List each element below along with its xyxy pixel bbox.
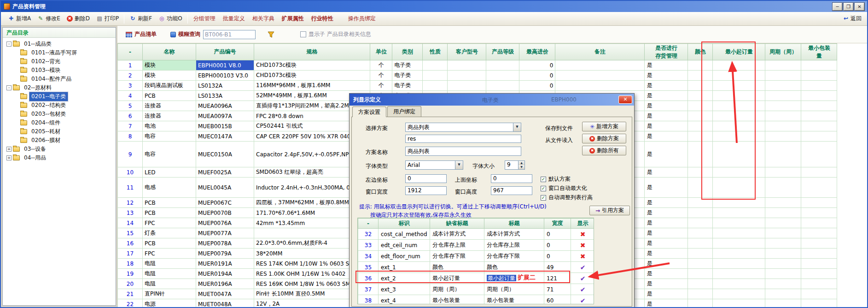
cell-n[interactable]: 2	[118, 71, 143, 81]
cell-code[interactable]: MUEL0045A	[196, 178, 254, 198]
cell-color[interactable]	[688, 259, 713, 269]
cell-moq[interactable]	[713, 228, 765, 238]
cell-cycle[interactable]	[765, 167, 801, 178]
tree-expander-icon[interactable]: +	[6, 147, 12, 152]
cell-name[interactable]: 电阻	[143, 269, 196, 279]
refresh-button[interactable]: ↻刷新F	[126, 13, 155, 24]
tree-item[interactable]: -01--成品类	[3, 40, 116, 48]
cell-title[interactable]: 最小包装量	[484, 295, 544, 305]
grid-column-header[interactable]: 规格	[254, 44, 370, 60]
cell-title[interactable]: 颜色	[484, 262, 544, 273]
cell-n[interactable]: 9	[118, 142, 143, 167]
cell-manage[interactable]: 是	[645, 228, 688, 238]
cell-nature[interactable]	[423, 81, 448, 91]
cell-cycle[interactable]	[765, 91, 801, 101]
cell-width[interactable]: 71	[544, 284, 571, 295]
cell-pack[interactable]	[801, 238, 837, 249]
cell-moq[interactable]	[713, 142, 765, 167]
cell-note[interactable]	[555, 71, 645, 81]
default-scheme-checkbox[interactable]: ✓默认方案	[541, 175, 571, 183]
tree-item[interactable]: 0103--模块	[3, 66, 116, 75]
cell-pack[interactable]	[801, 71, 837, 81]
toolbar-menu-item[interactable]: 扩展属性	[278, 14, 308, 23]
tab-user-binding[interactable]: 用户绑定	[387, 106, 421, 117]
cell-name[interactable]: FPC	[143, 218, 196, 228]
cell-pack[interactable]	[801, 142, 837, 167]
cell-unit[interactable]: 个	[370, 60, 392, 71]
cell-name[interactable]: PCB	[143, 91, 196, 101]
cell-code[interactable]: MUEP0079A	[196, 249, 254, 259]
top-coord-field[interactable]: 0	[491, 174, 532, 183]
cell-name[interactable]: 灯条	[143, 228, 196, 238]
cell-n[interactable]: 4	[118, 91, 143, 101]
cell-n[interactable]: 21	[118, 289, 143, 299]
cell-name[interactable]: 连接器	[143, 111, 196, 121]
cell-name[interactable]: PCB	[143, 198, 196, 208]
grid-column-header[interactable]: 客户型号	[448, 44, 486, 60]
grid-column-header[interactable]: 颜色	[688, 44, 713, 60]
cell-code[interactable]: MUEF0025A	[196, 167, 254, 178]
cell-pack[interactable]	[801, 208, 837, 218]
cell-code[interactable]: MUEA0096A	[196, 101, 254, 111]
toolbar-menu-item[interactable]: 行业特性	[308, 14, 337, 23]
cell-n[interactable]: 15	[118, 228, 143, 238]
cell-name[interactable]: FPC	[143, 249, 196, 259]
scheme-name-field[interactable]: 商品列表	[405, 147, 521, 156]
cell-code[interactable]: LS0132A	[196, 81, 254, 91]
cell-spec[interactable]: 116MM*96MM，板厚1.6MM	[254, 81, 370, 91]
cell-name[interactable]: 模块	[143, 71, 196, 81]
cell-pack[interactable]	[801, 289, 837, 299]
cell-id[interactable]: ext_4	[379, 295, 430, 305]
function-button[interactable]: ◎功能O	[155, 13, 185, 24]
cell-width[interactable]: 0	[544, 251, 571, 262]
cell-unit[interactable]: 个	[370, 81, 392, 91]
grid-column-header[interactable]: 名称	[143, 44, 196, 60]
cell-name[interactable]: 电容	[143, 131, 196, 142]
cell-manage[interactable]: 是	[645, 208, 688, 218]
cell-title[interactable]: 分仓库存上限	[484, 240, 544, 251]
cell-cycle[interactable]	[765, 101, 801, 111]
cell-code[interactable]: MUEB0015B	[196, 121, 254, 131]
cell-title[interactable]: 最小起订量	[484, 273, 544, 284]
cell-id[interactable]: ext_3	[379, 284, 430, 295]
cell-n[interactable]: 17	[118, 249, 143, 259]
cell-name[interactable]: 电源	[143, 299, 196, 308]
grid-column-header[interactable]: 是否进行 存货管理	[645, 44, 688, 60]
cell-show[interactable]: ✔	[571, 262, 594, 273]
cell-code[interactable]: MUER0191A	[196, 259, 254, 269]
cell-moq[interactable]	[713, 178, 765, 198]
cell-moq[interactable]	[713, 289, 765, 299]
cell-name[interactable]: 电池	[143, 121, 196, 131]
cell-grade[interactable]	[486, 81, 519, 91]
cell-pack[interactable]	[801, 60, 837, 71]
minimize-button[interactable]: ─	[833, 3, 842, 11]
cell-color[interactable]	[688, 218, 713, 228]
cell-color[interactable]	[688, 121, 713, 131]
cell-cycle[interactable]	[765, 81, 801, 91]
cell-moq[interactable]	[713, 279, 765, 289]
cell-manage[interactable]: 是	[645, 121, 688, 131]
cell-note[interactable]	[555, 81, 645, 91]
cell-def[interactable]: 最小起订量	[430, 273, 484, 284]
cell-width[interactable]: 0	[544, 240, 571, 251]
cell-name[interactable]: 段码液晶测试板	[143, 81, 196, 91]
tree-item[interactable]: 0201--电子类	[3, 92, 116, 101]
cell-n[interactable]: 11	[118, 178, 143, 198]
cell-show[interactable]: ✖	[571, 251, 594, 262]
cell-moq[interactable]	[713, 269, 765, 279]
cell-cat[interactable]: 电子类	[392, 60, 423, 71]
cell-name[interactable]: 电容	[143, 142, 196, 167]
tree-item[interactable]: +04--用品	[3, 154, 116, 162]
cell-manage[interactable]: 是	[645, 259, 688, 269]
table-row[interactable]: 3段码液晶测试板LS0132A116MM*96MM，板厚1.6MM个电子类0是	[118, 81, 837, 91]
grid-column-header[interactable]: 最小包装 量	[801, 44, 837, 60]
cell-manage[interactable]: 是	[645, 167, 688, 178]
column-def-row[interactable]: 38ext_4最小包装量最小包装量60✔	[358, 295, 594, 305]
cell-code[interactable]: MUEC0147A	[196, 131, 254, 142]
cell-n[interactable]: 37	[358, 284, 379, 295]
cell-color[interactable]	[688, 279, 713, 289]
cell-color[interactable]	[688, 208, 713, 218]
print-button[interactable]: ▤打印P	[93, 13, 122, 24]
cell-def[interactable]: 最小包装量	[430, 295, 484, 305]
grid-column-header[interactable]: 最小起订量	[713, 44, 765, 60]
